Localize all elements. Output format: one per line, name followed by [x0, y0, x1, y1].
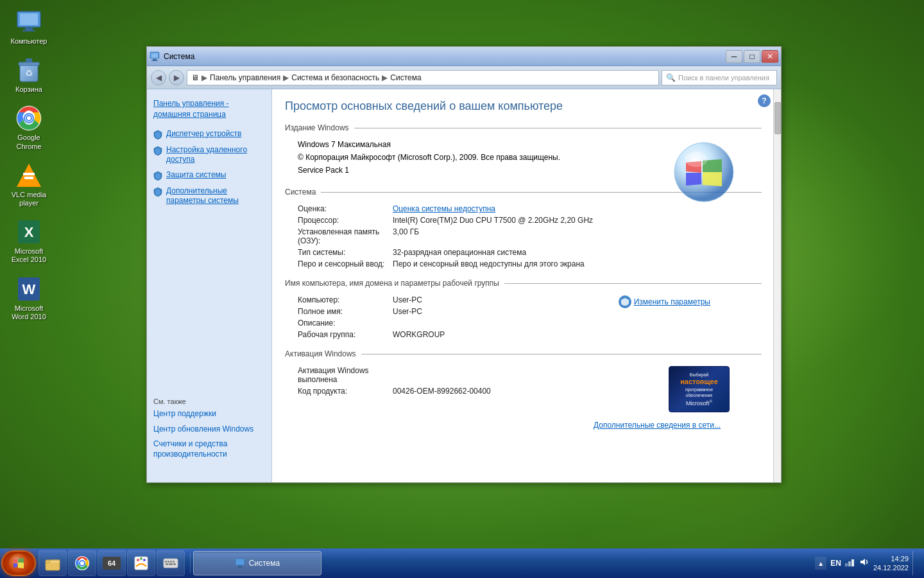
activation-section-label: Активация Windows [285, 349, 356, 358]
word-icon-label: Microsoft Word 2010 [6, 304, 52, 321]
breadcrumb-sep1: ▶ [201, 73, 207, 82]
breadcrumb-level3[interactable]: Система [390, 73, 421, 82]
ram-label: Установленная память (ОЗУ): [298, 227, 388, 245]
help-button[interactable]: ? [758, 94, 771, 107]
scrollbar-thumb[interactable] [774, 102, 781, 134]
breadcrumb-bar[interactable]: 🖥 ▶ Панель управления ▶ Система и безопа… [187, 70, 659, 85]
volume-icon[interactable] [859, 557, 869, 570]
scrollbar[interactable] [773, 89, 781, 482]
svg-rect-2 [25, 28, 33, 30]
language-indicator[interactable]: EN [830, 559, 841, 568]
sidebar-system-protection-label: Защита системы [166, 170, 226, 180]
activation-divider-line [361, 354, 762, 355]
taskbar-divider [190, 554, 191, 573]
forward-button[interactable]: ▶ [169, 70, 184, 85]
taskbar-file-manager[interactable] [38, 550, 67, 576]
full-name-label: Полное имя: [298, 307, 388, 316]
change-params-text[interactable]: Изменить параметры [634, 297, 710, 306]
taskbar-chrome-icon[interactable] [68, 550, 96, 576]
svg-rect-42 [173, 561, 175, 563]
search-box[interactable]: 🔍 Поиск в панели управления [662, 70, 777, 85]
sidebar-item-advanced-params[interactable]: Дополнительные параметры системы [147, 184, 271, 209]
computer-name-section-divider: Имя компьютера, имя домена и параметры р… [285, 279, 762, 288]
vlc-icon-label: VLC media player [6, 191, 52, 207]
edition-section-divider: Издание Windows [285, 123, 762, 132]
pen-label: Перо и сенсорный ввод: [298, 259, 388, 268]
sidebar-item-system-protection[interactable]: Защита системы [147, 168, 271, 184]
breadcrumb-level2[interactable]: Система и безопасность [291, 73, 379, 82]
desktop-icon-excel[interactable]: X Microsoft Excel 2010 [3, 216, 55, 267]
sidebar-also-title: См. также [147, 394, 271, 407]
desktop-icon-computer[interactable]: Компьютер [3, 6, 55, 48]
minimize-button[interactable]: ─ [726, 50, 742, 63]
banner-text-1: Выбирай [690, 372, 708, 378]
svg-point-35 [137, 559, 139, 561]
tray-expand-button[interactable]: ▲ [815, 557, 826, 570]
chrome-icon-label: Google Chrome [6, 134, 52, 150]
desktop-icon-word[interactable]: W Microsoft Word 2010 [3, 274, 55, 324]
performance-label: Счетчики и средства производительности [153, 439, 265, 459]
svg-point-13 [27, 116, 31, 120]
window-body: Панель управления - домашняя страница Ди… [147, 89, 781, 482]
more-info-link[interactable]: Дополнительные сведения в сети... [594, 421, 721, 430]
taskbar-keyboard-tool[interactable] [157, 550, 185, 576]
breadcrumb-level1[interactable]: Панель управления [210, 73, 280, 82]
change-params-icon [619, 295, 631, 308]
start-button[interactable] [1, 550, 36, 576]
svg-rect-16 [23, 173, 35, 175]
clock-date: 24.12.2022 [873, 563, 909, 572]
recycle-icon-label: Корзина [15, 85, 42, 94]
computer-name-content: Компьютер: User-PC Полное имя: User-PC О… [285, 295, 762, 339]
shield-icon-3 [153, 171, 162, 181]
clock-time: 14:29 [873, 554, 909, 563]
taskbar-system-window-app[interactable]: Система [193, 551, 321, 575]
taskbar-paint[interactable] [127, 550, 155, 576]
windows-update-label: Центр обновления Windows [153, 425, 253, 435]
activation-info: Активация Windows выполнена Код продукта… [285, 366, 491, 406]
taskbar-system-icon [235, 558, 245, 568]
sidebar-item-device-manager[interactable]: Диспетчер устройств [147, 127, 271, 143]
activation-status-spacer [393, 366, 491, 384]
close-button[interactable]: ✕ [762, 50, 778, 63]
computer-icon [16, 9, 42, 35]
sidebar-support-center[interactable]: Центр поддержки [147, 407, 271, 422]
edition-divider-line [354, 128, 762, 128]
vlc-icon [16, 162, 42, 188]
full-name-value: User-PC [393, 307, 606, 316]
svg-point-28 [685, 152, 708, 167]
desktop-icon-chrome[interactable]: Google Chrome [3, 103, 55, 153]
svg-rect-5 [19, 62, 39, 66]
sidebar-windows-update[interactable]: Центр обновления Windows [147, 422, 271, 437]
network-icon[interactable] [845, 557, 855, 570]
maximize-button[interactable]: □ [744, 50, 760, 63]
activation-grid: Активация Windows выполнена Код продукта… [285, 366, 491, 396]
64bit-label: 64 [103, 557, 121, 570]
pen-value: Перо и сенсорный ввод недоступны для это… [393, 259, 762, 268]
svg-rect-50 [848, 561, 851, 566]
desktop-icon-vlc[interactable]: VLC media player [3, 160, 55, 210]
svg-text:X: X [24, 224, 34, 240]
window-title-bar: Система ─ □ ✕ [147, 47, 781, 66]
computer-name-section-label: Имя компьютера, имя домена и параметры р… [285, 279, 499, 288]
change-params-button[interactable]: Изменить параметры [619, 295, 710, 308]
system-info-grid: Оценка: Оценка системы недоступна Процес… [285, 204, 762, 268]
svg-rect-3 [22, 30, 35, 31]
activation-status-label: Активация Windows выполнена [298, 366, 388, 384]
sidebar-main-link[interactable]: Панель управления - домашняя страница [147, 96, 271, 127]
svg-rect-25 [151, 60, 158, 61]
windows-logo-container [672, 140, 736, 207]
system-clock[interactable]: 14:29 24.12.2022 [873, 554, 909, 573]
sidebar-performance[interactable]: Счетчики и средства производительности [147, 437, 271, 462]
taskbar-64bit-tool[interactable]: 64 [98, 550, 126, 576]
system-type-label: Тип системы: [298, 248, 388, 257]
support-center-label: Центр поддержки [153, 409, 216, 419]
sidebar-item-remote-access[interactable]: Настройка удаленного доступа [147, 143, 271, 168]
show-desktop-button[interactable] [912, 551, 918, 575]
desktop-icon-recycle[interactable]: ♻ Корзина [3, 55, 55, 96]
product-key-label: Код продукта: [298, 387, 388, 396]
svg-rect-48 [237, 567, 243, 568]
recycle-icon: ♻ [16, 57, 42, 83]
address-bar: ◀ ▶ 🖥 ▶ Панель управления ▶ Система и бе… [147, 66, 781, 89]
back-button[interactable]: ◀ [151, 70, 166, 85]
main-content-area: ? Просмотр основных сведений о вашем ком… [272, 89, 781, 482]
